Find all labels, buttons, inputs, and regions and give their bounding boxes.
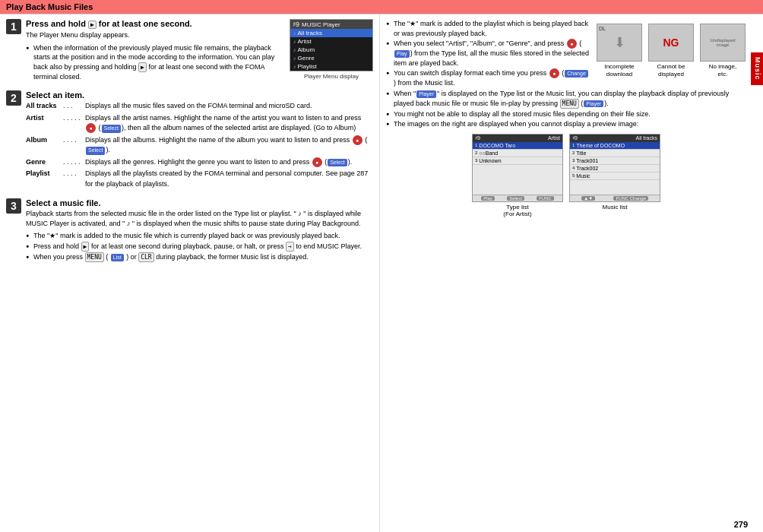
term-row-1: Artist . . . . . Displays all the artist… <box>26 113 373 134</box>
term-def-3: Displays all the genres. Highlight the g… <box>85 157 373 168</box>
page-header: Play Back Music Files <box>0 0 763 14</box>
type-list-header: ♯9 Artist <box>473 135 562 142</box>
step-2-title: Select an item. <box>26 90 373 100</box>
type-list-item-2[interactable]: 3 Unknown <box>473 157 562 165</box>
right-bullet-0: The "★" mark is added to the playlist wh… <box>386 19 746 38</box>
term-dots-1: . . . . . <box>63 113 82 134</box>
type-list-item-1[interactable]: 2 ○○Band <box>473 150 562 157</box>
type-list-caption: Type list(For Artist) <box>503 204 531 217</box>
type-list-btn-select[interactable]: Select <box>507 196 524 201</box>
term-dots-2: . . . . <box>63 135 82 156</box>
music-list-item-3[interactable]: 4 Track002 <box>570 165 660 173</box>
type-list-header-right: Artist <box>548 135 560 141</box>
term-def-0: Displays all the music files saved on th… <box>85 101 373 112</box>
type-list-screen: ♯9 Artist 1 DOCOMO Taro 2 ○○Band <box>472 134 563 202</box>
music-list-item-0[interactable]: 1 Theme of DOCOMO <box>570 142 660 150</box>
type-list-btn-func[interactable]: FUNC <box>537 196 554 201</box>
screenshots-row: ♯9 Artist 1 DOCOMO Taro 2 ○○Band <box>386 134 746 217</box>
right-column: DL ⬇ Incompletedownload NG Cannot bedisp… <box>380 14 763 532</box>
term-row-4: Playlist . . . . Displays all the playli… <box>26 169 373 189</box>
header-title: Play Back Music Files <box>6 2 93 11</box>
step-2: 2 Select an item. All tracks . . . Displ… <box>6 90 373 191</box>
pm-title: MUSIC Player <box>302 21 340 28</box>
type-list-footer: Play Select FUNC <box>473 195 562 201</box>
music-list-footer: ▲▼ FUNC Change <box>570 195 660 201</box>
music-list-caption: Music list <box>603 204 628 211</box>
step-3-bullet-0: The "★" mark is added to the music file … <box>26 231 373 241</box>
music-list-screenshot: ♯9 All tracks 1 Theme of DOCOMO 2 Title <box>569 134 660 217</box>
right-bullet-4: You might not be able to display all the… <box>386 109 746 119</box>
music-list-item-1[interactable]: 2 Title <box>570 150 660 157</box>
term-name-4: Playlist <box>26 169 60 189</box>
music-list-item-2[interactable]: 3 Track001 <box>570 157 660 165</box>
key-icon-3: ▶ <box>81 242 90 252</box>
term-row-0: All tracks . . . Displays all the music … <box>26 101 373 112</box>
term-def-4: Displays all the playlists created by th… <box>85 169 373 189</box>
music-list-screen: ♯9 All tracks 1 Theme of DOCOMO 2 Title <box>569 134 660 202</box>
step-2-content: Select an item. All tracks . . . Display… <box>26 90 373 191</box>
music-list-header-left: ♯9 <box>572 135 578 141</box>
step-1: 1 ♯9 MUSIC Player ♪ All tracks <box>6 19 373 83</box>
term-dots-4: . . . . <box>63 169 82 189</box>
type-list-screenshot: ♯9 Artist 1 DOCOMO Taro 2 ○○Band <box>472 134 563 217</box>
step-3-number: 3 <box>6 198 21 214</box>
term-name-3: Genre <box>26 157 60 168</box>
music-list-items: 1 Theme of DOCOMO 2 Title 3 Track001 4 <box>570 142 660 180</box>
type-list-item-0[interactable]: 1 DOCOMO Taro <box>473 142 562 150</box>
music-list-header-right: All tracks <box>636 135 657 141</box>
step-3-bullet-1: Press and hold ▶ for at least one second… <box>26 242 373 252</box>
music-list-btn-func[interactable]: FUNC Change <box>613 196 647 201</box>
key-icon-1: ▶ <box>88 21 97 29</box>
term-name-1: Artist <box>26 113 60 134</box>
step-2-number: 2 <box>6 90 21 106</box>
page-number: 279 <box>734 520 748 529</box>
type-list-items: 1 DOCOMO Taro 2 ○○Band 3 Unknown <box>473 142 562 165</box>
music-sidebar: Music <box>751 52 763 85</box>
music-sidebar-label: Music <box>754 57 761 81</box>
term-row-3: Genre . . . . . Displays all the genres.… <box>26 157 373 168</box>
key-icon-5: MENU <box>85 252 104 262</box>
step-1-bullets: When the information of the previously p… <box>26 43 373 82</box>
right-bullet-1: When you select "Artist", "Album", or "G… <box>386 39 746 68</box>
key-icon-6: CLR <box>138 252 154 262</box>
pm-item-0-label: All tracks <box>298 30 322 36</box>
right-col-bullets: The "★" mark is added to the playlist wh… <box>386 19 746 129</box>
right-bullet-2: You can switch display format each time … <box>386 68 746 88</box>
term-def-1: Displays all the artist names. Highlight… <box>85 113 373 134</box>
term-name-0: All tracks <box>26 101 60 112</box>
pm-item-0[interactable]: ♪ All tracks <box>290 29 372 37</box>
term-name-2: Album <box>26 135 60 156</box>
step-3-bullets: The "★" mark is added to the music file … <box>26 231 373 262</box>
pm-title-bar: ♯9 MUSIC Player <box>290 20 372 29</box>
step-3-title: Select a music file. <box>26 198 373 207</box>
key-icon-2: ▶ <box>138 62 147 72</box>
key-icon-4: → <box>286 242 294 252</box>
step-1-number: 1 <box>6 19 21 34</box>
step-1-bullet-0: When the information of the previously p… <box>26 43 373 82</box>
music-list-header: ♯9 All tracks <box>570 135 660 142</box>
step-3-desc: Playback starts from the selected music … <box>26 209 373 228</box>
right-bullet-3: When "Player" is displayed on the Type l… <box>386 89 746 109</box>
right-bullet-5: The images on the right are displayed wh… <box>386 119 746 129</box>
music-list-btn-updown[interactable]: ▲▼ <box>581 196 595 201</box>
type-list-btn-play[interactable]: Play <box>481 196 495 201</box>
left-column: 1 ♯9 MUSIC Player ♪ All tracks <box>0 14 380 532</box>
music-list-item-4[interactable]: 5 Music <box>570 173 660 180</box>
type-list-header-left: ♯9 <box>475 135 480 141</box>
step-3-content: Select a music file. Playback starts fro… <box>26 198 373 263</box>
step-3-bullet-2: When you press MENU ( List ) or CLR duri… <box>26 252 373 262</box>
step-3: 3 Select a music file. Playback starts f… <box>6 198 373 263</box>
term-row-2: Album . . . . Displays all the albums. H… <box>26 135 373 156</box>
term-dots-3: . . . . . <box>63 157 82 168</box>
term-dots-0: . . . <box>63 101 82 112</box>
term-list: All tracks . . . Displays all the music … <box>26 101 373 189</box>
term-def-2: Displays all the albums. Highlight the n… <box>85 135 373 156</box>
step-1-content: ♯9 MUSIC Player ♪ All tracks ♪ Artist <box>26 19 373 83</box>
